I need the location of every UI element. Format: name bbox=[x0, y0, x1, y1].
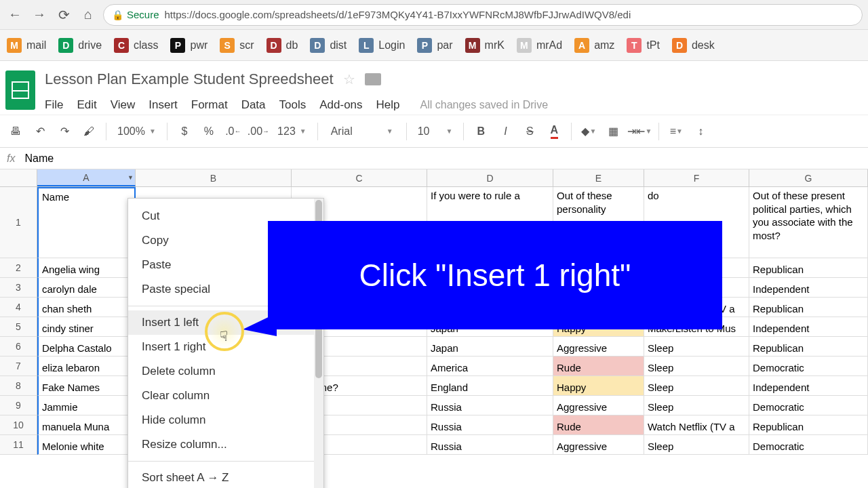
menu-edit[interactable]: Edit bbox=[77, 98, 96, 112]
cell-G4[interactable]: Republican bbox=[749, 298, 868, 317]
bookmark-dist[interactable]: Ddist bbox=[310, 38, 347, 53]
cell-G8[interactable]: Independent bbox=[749, 376, 868, 396]
percent-button[interactable]: % bbox=[199, 121, 219, 142]
cell-G3[interactable]: Independent bbox=[749, 278, 868, 298]
cell-A8[interactable]: Fake Names bbox=[37, 376, 136, 396]
row-header-4[interactable]: 4 bbox=[0, 298, 37, 317]
back-button[interactable]: ← bbox=[5, 5, 24, 24]
menu-tools[interactable]: Tools bbox=[279, 98, 307, 112]
bookmark-Login[interactable]: LLogin bbox=[359, 38, 405, 53]
cell-G10[interactable]: Republican bbox=[749, 415, 868, 435]
increase-decimal[interactable]: .00→ bbox=[248, 121, 269, 142]
row-header-10[interactable]: 10 bbox=[0, 415, 37, 435]
bookmark-class[interactable]: Cclass bbox=[114, 38, 158, 53]
cell-F9[interactable]: Sleep bbox=[644, 396, 749, 415]
cell-F8[interactable]: Sleep bbox=[644, 376, 749, 396]
cell-D11[interactable]: Russia bbox=[427, 435, 553, 455]
menu-file[interactable]: File bbox=[45, 98, 63, 112]
cell-D7[interactable]: America bbox=[427, 357, 553, 376]
star-icon[interactable]: ☆ bbox=[343, 71, 355, 87]
row-header-6[interactable]: 6 bbox=[0, 337, 37, 357]
home-button[interactable]: ⌂ bbox=[79, 5, 98, 24]
bookmark-mail[interactable]: Mmail bbox=[7, 38, 46, 53]
select-all-corner[interactable] bbox=[0, 169, 37, 186]
cell-A1[interactable]: Name bbox=[37, 187, 136, 258]
menu-add-ons[interactable]: Add-ons bbox=[319, 98, 362, 112]
cell-G1[interactable]: Out of these present political parties, … bbox=[749, 187, 868, 258]
column-header-C[interactable]: C bbox=[292, 169, 427, 186]
cell-G2[interactable]: Republican bbox=[749, 258, 868, 278]
cell-E7[interactable]: Rude bbox=[553, 357, 644, 376]
borders-button[interactable]: ▦ bbox=[603, 121, 623, 142]
row-header-9[interactable]: 9 bbox=[0, 396, 37, 415]
cell-A9[interactable]: Jammie bbox=[37, 396, 136, 415]
cell-D6[interactable]: Japan bbox=[427, 337, 553, 357]
cell-D9[interactable]: Russia bbox=[427, 396, 553, 415]
cell-E6[interactable]: Aggressive bbox=[553, 337, 644, 357]
sheets-logo[interactable] bbox=[5, 70, 35, 110]
cell-A2[interactable]: Angelia wing bbox=[37, 258, 136, 278]
column-header-E[interactable]: E bbox=[553, 169, 644, 186]
folder-icon[interactable] bbox=[365, 73, 381, 85]
bold-button[interactable]: B bbox=[471, 121, 491, 142]
column-header-B[interactable]: B bbox=[136, 169, 292, 186]
redo-icon[interactable]: ↷ bbox=[54, 121, 75, 142]
menu-help[interactable]: Help bbox=[376, 98, 400, 112]
cell-E11[interactable]: Aggressive bbox=[553, 435, 644, 455]
font-combo[interactable]: Arial▼ bbox=[325, 123, 399, 140]
font-size-combo[interactable]: 10▼ bbox=[414, 125, 457, 138]
cell-F11[interactable]: Sleep bbox=[644, 435, 749, 455]
cell-D10[interactable]: Russia bbox=[427, 415, 553, 435]
column-header-F[interactable]: F bbox=[644, 169, 749, 186]
cell-A6[interactable]: Delpha Castalo bbox=[37, 337, 136, 357]
strikethrough-button[interactable]: S bbox=[519, 121, 540, 142]
cell-G5[interactable]: Independent bbox=[749, 317, 868, 337]
column-header-G[interactable]: G bbox=[749, 169, 868, 186]
cell-G9[interactable]: Democratic bbox=[749, 396, 868, 415]
bookmark-db[interactable]: Ddb bbox=[267, 38, 298, 53]
fill-color-button[interactable]: ◆▼ bbox=[578, 121, 599, 142]
v-align-button[interactable]: ↕ bbox=[690, 121, 711, 142]
row-header-1[interactable]: 1 bbox=[0, 187, 37, 258]
cell-A3[interactable]: carolyn dale bbox=[37, 278, 136, 298]
text-color-button[interactable]: A bbox=[544, 121, 564, 142]
row-header-11[interactable]: 11 bbox=[0, 435, 37, 455]
forward-button[interactable]: → bbox=[30, 5, 49, 24]
bookmark-pwr[interactable]: Ppwr bbox=[170, 38, 208, 53]
context-menu-hide-column[interactable]: Hide column bbox=[128, 408, 323, 432]
decrease-decimal[interactable]: .0← bbox=[223, 121, 243, 142]
bookmark-drive[interactable]: Ddrive bbox=[58, 38, 102, 53]
cell-A4[interactable]: chan sheth bbox=[37, 298, 136, 317]
column-header-A[interactable]: A▼ bbox=[37, 169, 136, 186]
cell-E10[interactable]: Rude bbox=[553, 415, 644, 435]
print-icon[interactable]: 🖶 bbox=[5, 121, 26, 142]
bookmark-amz[interactable]: Aamz bbox=[574, 38, 614, 53]
url-bar[interactable]: 🔒 Secure https://docs.google.com/spreads… bbox=[103, 4, 863, 26]
row-header-2[interactable]: 2 bbox=[0, 258, 37, 278]
row-header-8[interactable]: 8 bbox=[0, 376, 37, 396]
menu-insert[interactable]: Insert bbox=[149, 98, 178, 112]
row-header-7[interactable]: 7 bbox=[0, 357, 37, 376]
bookmark-mrK[interactable]: MmrK bbox=[465, 38, 505, 53]
menu-data[interactable]: Data bbox=[241, 98, 266, 112]
context-menu-sort-sheet-a-z[interactable]: Sort sheet A → Z bbox=[128, 466, 323, 488]
more-formats[interactable]: 123▼ bbox=[273, 125, 311, 138]
doc-title[interactable]: Lesson Plan Example Student Spreedsheet bbox=[45, 70, 334, 88]
cell-E8[interactable]: Happy bbox=[553, 376, 644, 396]
italic-button[interactable]: I bbox=[495, 121, 515, 142]
undo-icon[interactable]: ↶ bbox=[30, 121, 50, 142]
reload-button[interactable]: ⟳ bbox=[54, 5, 73, 24]
column-dropdown-icon[interactable]: ▼ bbox=[127, 174, 134, 181]
cell-G11[interactable]: Democratic bbox=[749, 435, 868, 455]
cell-F10[interactable]: Watch Netflix (TV a bbox=[644, 415, 749, 435]
cell-A10[interactable]: manuela Muna bbox=[37, 415, 136, 435]
bookmark-tPt[interactable]: TtPt bbox=[627, 38, 660, 53]
formula-bar[interactable]: fx Name bbox=[0, 148, 868, 169]
cell-A5[interactable]: cindy stiner bbox=[37, 317, 136, 337]
context-menu-delete-column[interactable]: Delete column bbox=[128, 359, 323, 384]
context-menu-resize-column-[interactable]: Resize column... bbox=[128, 432, 323, 457]
bookmark-desk[interactable]: Ddesk bbox=[672, 38, 715, 53]
cell-G6[interactable]: Republican bbox=[749, 337, 868, 357]
context-menu-clear-column[interactable]: Clear column bbox=[128, 384, 323, 408]
merge-button[interactable]: ⇥⇤▼ bbox=[627, 121, 652, 142]
